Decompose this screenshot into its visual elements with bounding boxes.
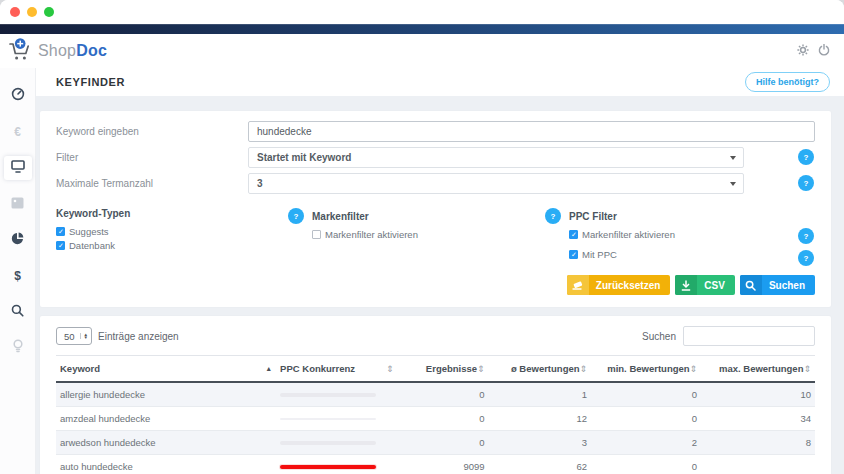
ppc-brand-filter-checkbox[interactable]	[569, 230, 578, 239]
column-header-min-bewertungen[interactable]: min. Bewertungen⇕	[591, 356, 701, 383]
ppc-filter-group: ? PPC Filter Markenfilter aktivieren	[545, 208, 815, 263]
cart-logo-icon	[8, 38, 32, 65]
suggests-checkbox[interactable]	[56, 227, 65, 236]
sort-ascending-icon: ▲	[265, 365, 272, 372]
sidebar-item-analytics[interactable]	[4, 228, 32, 252]
max-terms-help-icon[interactable]: ?	[798, 175, 814, 191]
max-terms-label: Maximale Termanzahl	[56, 178, 248, 189]
minimize-window-button[interactable]	[27, 7, 37, 17]
chevron-down-icon	[730, 182, 736, 186]
app-window: ShopDoc	[0, 0, 844, 474]
sort-icon: ⇕	[803, 364, 811, 374]
app-header: ShopDoc	[0, 34, 844, 68]
table-row[interactable]: amzdeal hundedecke 0 12 0 34	[56, 407, 815, 431]
keyword-label: Keyword eingeben	[56, 126, 248, 137]
brand-filter-label: Markenfilter aktivieren	[325, 229, 418, 240]
ppc-brand-filter-help-icon[interactable]: ?	[798, 228, 814, 244]
sort-icon: ⇕	[477, 364, 485, 374]
sidebar-item-pricing[interactable]: $	[4, 264, 32, 288]
mit-ppc-label: Mit PPC	[582, 249, 617, 260]
table-search-label: Suchen	[642, 331, 676, 342]
entries-label: Einträge anzeigen	[98, 331, 179, 342]
brand-filter-heading: Markenfilter	[312, 211, 369, 222]
sidebar-item-images[interactable]	[4, 192, 32, 216]
close-window-button[interactable]	[10, 7, 20, 17]
sidebar-item-ideas[interactable]	[4, 336, 32, 360]
checkbox-row-datenbank: Datenbank	[56, 240, 288, 251]
ppc-competition-bar	[280, 465, 376, 469]
brand-name: ShopDoc	[38, 42, 107, 60]
sort-icon: ⇕	[580, 364, 588, 374]
keyword-types-group: Keyword-Typen Suggests Datenbank	[56, 208, 288, 263]
sort-icon: ⇕	[386, 364, 394, 374]
mit-ppc-checkbox[interactable]	[569, 250, 578, 259]
ppc-competition-bar	[280, 418, 376, 420]
brand-filter-group: ? Markenfilter Markenfilter aktivieren	[288, 208, 545, 263]
table-row[interactable]: arwedson hundedecke 0 3 2 8	[56, 431, 815, 455]
table-search-input[interactable]	[683, 326, 815, 346]
datenbank-checkbox[interactable]	[56, 241, 65, 250]
eraser-icon	[567, 275, 589, 295]
keyfinder-form-card: Keyword eingeben Filter Startet mit Keyw…	[40, 111, 831, 307]
settings-gear-icon[interactable]	[797, 42, 809, 60]
datenbank-label: Datenbank	[69, 240, 115, 251]
ppc-competition-bar	[280, 441, 376, 445]
ppc-filter-heading: PPC Filter	[569, 211, 617, 222]
sidebar-item-search[interactable]	[4, 300, 32, 324]
csv-export-button[interactable]: CSV	[675, 275, 735, 295]
keyword-types-heading: Keyword-Typen	[56, 208, 288, 219]
sidebar-item-euro[interactable]: €	[4, 120, 32, 144]
top-accent-bar	[0, 24, 844, 34]
column-header-ppc-konkurrenz[interactable]: PPC Konkurrenz⇕	[276, 356, 397, 383]
search-icon	[740, 275, 762, 295]
sidebar: €	[0, 68, 36, 474]
sidebar-item-dashboard[interactable]	[4, 84, 32, 108]
keyword-input[interactable]	[248, 121, 815, 142]
ppc-brand-filter-label: Markenfilter aktivieren	[582, 229, 675, 240]
checkbox-row-mit-ppc: Mit PPC	[569, 249, 815, 260]
max-terms-select[interactable]: 3	[248, 173, 744, 194]
euro-icon: €	[14, 125, 21, 139]
stepper-icon: ▲▼	[80, 333, 88, 340]
brand-filter-help-icon[interactable]: ?	[288, 208, 304, 224]
checkbox-row-brandfilter: Markenfilter aktivieren	[312, 229, 545, 240]
keyword-cell: allergie hundedecke	[56, 382, 276, 407]
suggests-label: Suggests	[69, 226, 109, 237]
dollar-icon: $	[14, 269, 21, 283]
column-header-avg-bewertungen[interactable]: ø Bewertungen⇕	[489, 356, 591, 383]
page-title: KEYFINDER	[56, 76, 125, 88]
brand-logo[interactable]: ShopDoc	[8, 38, 107, 65]
filter-label: Filter	[56, 152, 248, 163]
lightbulb-icon	[12, 339, 24, 357]
keyword-cell: arwedson hundedecke	[56, 431, 276, 455]
dashboard-icon	[11, 87, 25, 105]
download-icon	[675, 275, 697, 295]
column-header-max-bewertungen[interactable]: max. Bewertungen⇕	[701, 356, 815, 383]
table-row[interactable]: allergie hundedecke 0 1 0 10	[56, 382, 815, 407]
checkbox-row-ppc-brandfilter: Markenfilter aktivieren	[569, 229, 815, 240]
ppc-competition-bar	[280, 393, 376, 397]
help-button[interactable]: Hilfe benötigt?	[745, 72, 830, 92]
filter-help-icon[interactable]: ?	[798, 149, 814, 165]
search-submit-button[interactable]: Suchen	[740, 275, 815, 295]
power-logout-icon[interactable]	[818, 42, 830, 60]
filter-select[interactable]: Startet mit Keyword	[248, 147, 744, 168]
sidebar-item-keyfinder[interactable]	[4, 156, 32, 180]
table-row[interactable]: auto hundedecke 9099 62 0	[56, 455, 815, 474]
reset-button[interactable]: Zurücksetzen	[567, 275, 670, 295]
checkbox-row-suggests: Suggests	[56, 226, 288, 237]
ppc-filter-help-icon[interactable]: ?	[545, 208, 561, 224]
entries-per-page-select[interactable]: 50 ▲▼	[56, 327, 92, 345]
pie-chart-icon	[11, 231, 24, 249]
results-table: Keyword▲ PPC Konkurrenz⇕ Ergebnisse⇕ ø B…	[56, 355, 815, 474]
window-titlebar	[0, 0, 844, 24]
column-header-keyword[interactable]: Keyword▲	[56, 356, 276, 383]
search-icon	[11, 303, 24, 321]
brand-filter-checkbox[interactable]	[312, 230, 321, 239]
mit-ppc-help-icon[interactable]: ?	[798, 250, 814, 266]
column-header-ergebnisse[interactable]: Ergebnisse⇕	[398, 356, 489, 383]
zoom-window-button[interactable]	[44, 7, 54, 17]
chevron-down-icon	[730, 156, 736, 160]
keyword-cell: auto hundedecke	[56, 455, 276, 474]
page-header: KEYFINDER Hilfe benötigt?	[36, 68, 844, 96]
